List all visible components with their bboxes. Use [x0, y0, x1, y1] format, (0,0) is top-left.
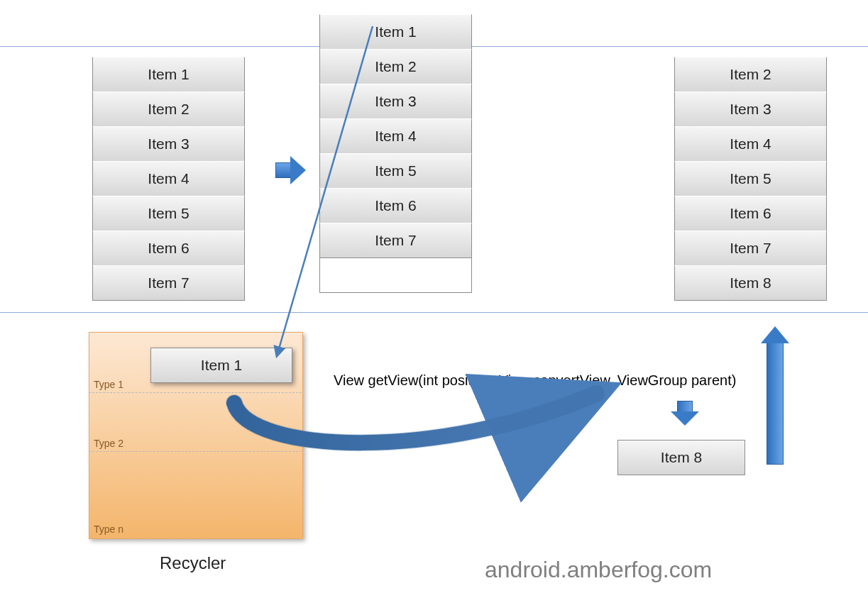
footer-url: android.amberfog.com [485, 557, 712, 583]
list-item: Item 4 [674, 126, 827, 162]
list-item: Item 5 [674, 161, 827, 196]
list-item: Item 1 [319, 14, 472, 50]
new-item: Item 8 [617, 440, 745, 475]
list-state-1: Item 1 Item 2 Item 3 Item 4 Item 5 Item … [92, 57, 245, 300]
list-item: Item 2 [674, 57, 827, 92]
recycler-type-label: Type n [94, 523, 123, 535]
list-item: Item 7 [92, 265, 245, 301]
arrow-down-icon [671, 401, 699, 426]
list-item: Item 4 [319, 118, 472, 154]
recycled-item: Item 1 [150, 348, 292, 383]
list-item: Item 7 [674, 231, 827, 266]
recycler-caption: Recycler [160, 553, 226, 573]
arrow-right-icon [275, 156, 306, 184]
list-item: Item 3 [319, 84, 472, 119]
list-item: Item 2 [319, 49, 472, 84]
list-item: Item 7 [319, 223, 472, 258]
list-item: Item 6 [92, 231, 245, 266]
list-item: Item 2 [92, 92, 245, 127]
recycler-type-label: Type 2 [94, 438, 123, 449]
list-item: Item 4 [92, 161, 245, 196]
viewport-bottom-line [0, 312, 868, 313]
list-item: Item 8 [674, 265, 827, 301]
recycler-type-label: Type 1 [94, 379, 123, 390]
list-state-3: Item 2 Item 3 Item 4 Item 5 Item 6 Item … [674, 57, 827, 300]
arrow-up-icon [761, 326, 789, 465]
getview-signature: View getView(int position, View convertV… [334, 372, 736, 389]
recycler-divider [89, 451, 302, 452]
list-item: Item 3 [674, 92, 827, 127]
list-item: Item 6 [319, 188, 472, 223]
empty-slot [319, 257, 472, 293]
recycler-divider [89, 392, 302, 393]
list-item: Item 6 [674, 196, 827, 231]
list-item: Item 5 [92, 196, 245, 231]
list-item: Item 5 [319, 153, 472, 189]
list-item: Item 3 [92, 126, 245, 162]
list-item: Item 1 [92, 57, 245, 92]
list-state-2: Item 1 Item 2 Item 3 Item 4 Item 5 Item … [319, 14, 472, 292]
